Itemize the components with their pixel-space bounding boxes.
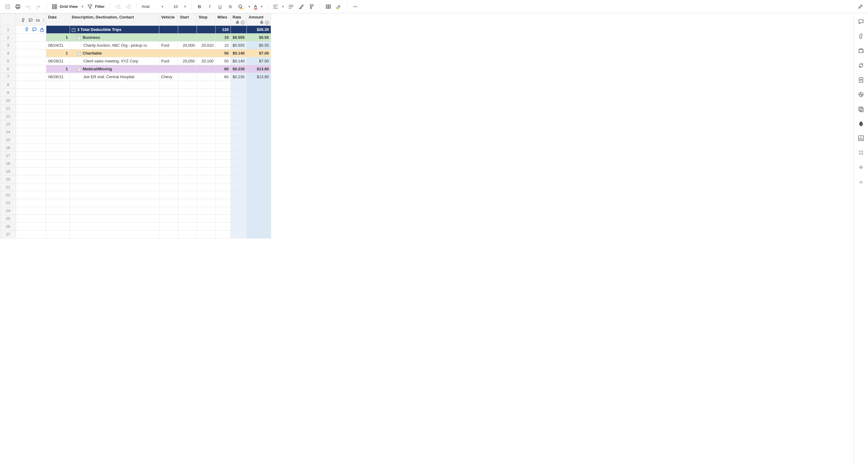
cell-rate[interactable] bbox=[231, 112, 247, 120]
cell-desc[interactable] bbox=[70, 168, 159, 175]
cell-rate[interactable]: $0.140 bbox=[231, 49, 247, 57]
collapse-toggle[interactable]: − bbox=[77, 67, 81, 71]
cell-stop[interactable] bbox=[197, 65, 216, 73]
cell-desc[interactable] bbox=[70, 223, 159, 231]
cell-rate[interactable] bbox=[231, 26, 247, 34]
cell-desc[interactable]: Client sales meeting, XYZ Corp bbox=[70, 57, 159, 65]
row-number[interactable]: 5 bbox=[0, 57, 16, 65]
clear-format-button[interactable] bbox=[297, 2, 306, 11]
redo-button[interactable] bbox=[34, 2, 43, 11]
collapse-toggle[interactable]: − bbox=[72, 28, 75, 32]
cell-rate[interactable] bbox=[231, 215, 247, 223]
cell-stop[interactable] bbox=[197, 207, 216, 215]
cell-start[interactable] bbox=[178, 199, 197, 207]
cell-miles[interactable] bbox=[216, 207, 231, 215]
cell-date[interactable] bbox=[46, 175, 70, 183]
row-number[interactable]: 21 bbox=[0, 183, 16, 191]
cell-start[interactable] bbox=[178, 73, 197, 81]
cell-miles[interactable]: 60 bbox=[216, 73, 231, 81]
cell-vehicle[interactable] bbox=[159, 97, 178, 105]
cell-stop[interactable] bbox=[197, 73, 216, 81]
cell-vehicle[interactable] bbox=[159, 89, 178, 97]
refresh-button[interactable] bbox=[858, 62, 865, 69]
cell-amount[interactable] bbox=[247, 112, 271, 120]
cell-date[interactable]: 06/28/21 bbox=[46, 57, 70, 65]
cell-rate[interactable] bbox=[231, 183, 247, 191]
row-number[interactable]: 2 bbox=[0, 34, 16, 41]
cell-start[interactable] bbox=[178, 191, 197, 199]
cell-rate[interactable] bbox=[231, 89, 247, 97]
cell-start[interactable]: 20,050 bbox=[178, 57, 197, 65]
cell-start[interactable] bbox=[178, 183, 197, 191]
indent-button[interactable] bbox=[124, 2, 133, 11]
cell-miles[interactable]: 10 bbox=[216, 41, 231, 49]
cell-vehicle[interactable] bbox=[159, 136, 178, 144]
cell-stop[interactable] bbox=[197, 128, 216, 136]
cell-rate[interactable] bbox=[231, 152, 247, 160]
cell-miles[interactable] bbox=[216, 105, 231, 112]
cell-stop[interactable] bbox=[197, 199, 216, 207]
cell-rate[interactable] bbox=[231, 199, 247, 207]
cell-date[interactable] bbox=[46, 26, 70, 34]
cell-stop[interactable] bbox=[197, 26, 216, 34]
cell-date[interactable] bbox=[46, 191, 70, 199]
cell-stop[interactable]: 20,100 bbox=[197, 57, 216, 65]
cell-start[interactable] bbox=[178, 152, 197, 160]
cell-vehicle[interactable] bbox=[159, 26, 178, 34]
cell-desc[interactable] bbox=[70, 136, 159, 144]
comments-panel-button[interactable] bbox=[858, 18, 865, 25]
cell-vehicle[interactable] bbox=[159, 199, 178, 207]
cell-miles[interactable]: 60 bbox=[216, 65, 231, 73]
conditional-format-button[interactable] bbox=[324, 2, 333, 11]
cell-start[interactable] bbox=[178, 112, 197, 120]
cell-start[interactable] bbox=[178, 49, 197, 57]
cell-rate[interactable] bbox=[231, 128, 247, 136]
cell-date[interactable]: 06/26/21 bbox=[46, 73, 70, 81]
cell-amount[interactable] bbox=[247, 191, 271, 199]
cell-amount[interactable]: $7.00 bbox=[247, 57, 271, 65]
cell-desc[interactable] bbox=[70, 160, 159, 168]
cell-start[interactable] bbox=[178, 144, 197, 152]
cell-vehicle[interactable] bbox=[159, 231, 178, 238]
row-number[interactable]: 6 bbox=[0, 65, 16, 73]
cell-desc[interactable] bbox=[70, 199, 159, 207]
cell-desc[interactable] bbox=[70, 97, 159, 105]
collapse-toggle[interactable]: − bbox=[77, 36, 81, 40]
cell-vehicle[interactable] bbox=[159, 128, 178, 136]
cell-vehicle[interactable] bbox=[159, 49, 178, 57]
italic-button[interactable]: I bbox=[205, 2, 214, 11]
cell-amount[interactable] bbox=[247, 105, 271, 112]
cell-miles[interactable] bbox=[216, 128, 231, 136]
wrap-button[interactable] bbox=[286, 2, 296, 11]
cell-date[interactable]: 1 bbox=[46, 34, 70, 41]
cell-stop[interactable] bbox=[197, 112, 216, 120]
cell-start[interactable] bbox=[178, 34, 197, 41]
cell-rate[interactable] bbox=[231, 168, 247, 175]
cell-stop[interactable] bbox=[197, 144, 216, 152]
cell-vehicle[interactable] bbox=[159, 81, 178, 89]
cell-desc[interactable]: −3 Total Deductible Trips bbox=[70, 26, 159, 34]
collapse-toolbar-button[interactable] bbox=[856, 2, 865, 11]
cell-stop[interactable] bbox=[197, 89, 216, 97]
row-number[interactable]: 10 bbox=[0, 97, 16, 105]
cell-date[interactable]: 1 bbox=[46, 65, 70, 73]
cell-amount[interactable] bbox=[247, 97, 271, 105]
cell-rate[interactable] bbox=[231, 97, 247, 105]
cell-amount[interactable] bbox=[247, 89, 271, 97]
cell-vehicle[interactable] bbox=[159, 191, 178, 199]
cell-miles[interactable] bbox=[216, 160, 231, 168]
cell-vehicle[interactable] bbox=[159, 152, 178, 160]
row-number[interactable]: 3 bbox=[0, 41, 16, 49]
cell-date[interactable] bbox=[46, 97, 70, 105]
row-number[interactable]: 25 bbox=[0, 215, 16, 223]
cell-vehicle[interactable] bbox=[159, 34, 178, 41]
cell-rate[interactable]: $0.555 bbox=[231, 41, 247, 49]
cell-start[interactable] bbox=[178, 26, 197, 34]
col-desc[interactable]: Description, Destination, Contact bbox=[70, 13, 159, 26]
cell-start[interactable] bbox=[178, 160, 197, 168]
cell-start[interactable] bbox=[178, 168, 197, 175]
diamond-button[interactable] bbox=[858, 164, 865, 171]
cell-date[interactable] bbox=[46, 231, 70, 238]
cell-amount[interactable] bbox=[247, 120, 271, 128]
cell-miles[interactable] bbox=[216, 112, 231, 120]
